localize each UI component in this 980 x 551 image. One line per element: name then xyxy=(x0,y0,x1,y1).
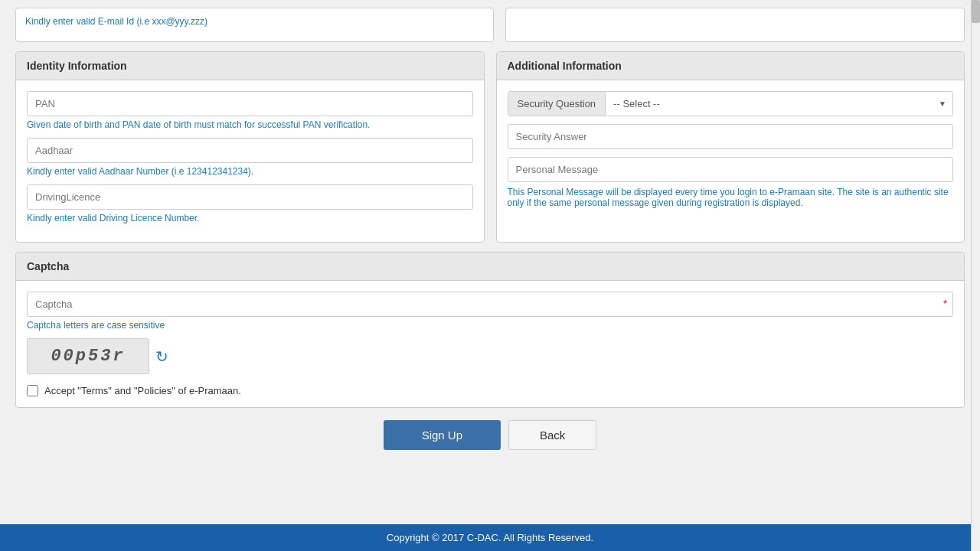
captcha-refresh-icon[interactable]: ↻ xyxy=(155,347,168,366)
security-question-select-wrapper: -- Select -- ▼ xyxy=(606,92,952,116)
terms-label: Accept "Terms" and "Policies" of e-Prama… xyxy=(44,385,241,396)
identity-info-header: Identity Information xyxy=(16,52,484,80)
pan-hint: Given date of birth and PAN date of birt… xyxy=(27,119,473,130)
required-star-icon: * xyxy=(943,298,947,309)
button-row: Sign Up Back xyxy=(15,420,965,450)
driving-licence-input[interactable] xyxy=(27,184,473,210)
security-question-label: Security Question xyxy=(508,92,606,116)
terms-checkbox[interactable] xyxy=(27,385,38,396)
pan-input[interactable] xyxy=(27,91,473,116)
back-button[interactable]: Back xyxy=(508,420,596,450)
terms-row: Accept "Terms" and "Policies" of e-Prama… xyxy=(27,385,953,396)
identity-info-panel: Identity Information Given date of birth… xyxy=(15,51,485,243)
captcha-image-row: 00p53r ↻ xyxy=(27,338,953,374)
scrollbar-thumb[interactable] xyxy=(972,0,980,23)
captcha-header: Captcha xyxy=(16,253,964,281)
captcha-hint: Captcha letters are case sensitive xyxy=(27,320,953,331)
email-error-box: Kindly enter valid E-mail Id (i.e xxx@yy… xyxy=(15,8,494,42)
captcha-image: 00p53r xyxy=(27,338,149,374)
personal-message-input[interactable] xyxy=(508,157,954,182)
captcha-input[interactable] xyxy=(27,292,953,317)
signup-button[interactable]: Sign Up xyxy=(384,420,501,450)
captcha-input-wrap: * xyxy=(27,292,953,317)
scrollbar-track[interactable] xyxy=(971,0,980,551)
additional-info-header: Additional Information xyxy=(497,52,965,80)
aadhaar-input[interactable] xyxy=(27,138,473,163)
security-question-select[interactable]: -- Select -- xyxy=(606,92,952,116)
email-error-text: Kindly enter valid E-mail Id (i.e xxx@yy… xyxy=(25,16,207,27)
security-answer-input[interactable] xyxy=(508,124,954,149)
right-top-box xyxy=(505,8,965,42)
footer: Copyright © 2017 C-DAC. All Rights Reser… xyxy=(0,524,980,551)
personal-message-hint: This Personal Message will be displayed … xyxy=(508,187,954,208)
driving-licence-hint: Kindly enter valid Driving Licence Numbe… xyxy=(27,213,473,223)
security-question-row: Security Question -- Select -- ▼ xyxy=(508,91,954,116)
captcha-panel: Captcha * Captcha letters are case sensi… xyxy=(15,252,965,408)
aadhaar-hint: Kindly enter valid Aadhaar Number (i.e 1… xyxy=(27,166,473,177)
additional-info-panel: Additional Information Security Question… xyxy=(496,51,965,243)
footer-text: Copyright © 2017 C-DAC. All Rights Reser… xyxy=(387,532,593,543)
